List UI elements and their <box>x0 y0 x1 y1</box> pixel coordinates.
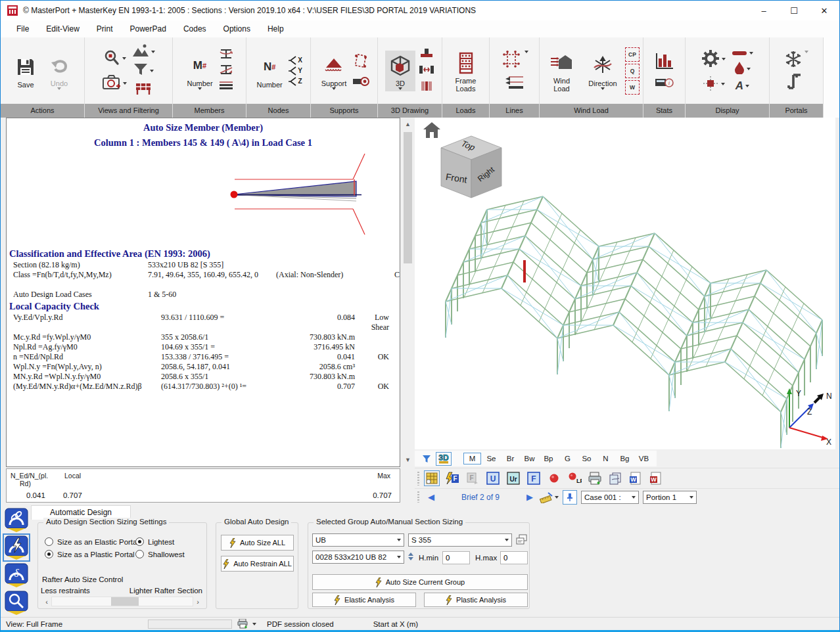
ur-results-icon[interactable]: Ur <box>505 470 521 486</box>
section-spinner[interactable] <box>408 553 413 560</box>
snapshot-camera-icon[interactable] <box>103 75 121 93</box>
filter-funnel-icon[interactable] <box>133 63 148 78</box>
render-view-icon[interactable] <box>132 44 149 59</box>
auto-restrain-all-button[interactable]: Auto Restrain ALL <box>221 556 294 572</box>
load-sphere-icon[interactable] <box>546 470 562 486</box>
batch-print-icon[interactable] <box>607 470 623 486</box>
navbar-grip[interactable] <box>417 491 419 503</box>
zoom-dropdown-arrow[interactable] <box>122 57 126 60</box>
member-color-dropdown-arrow[interactable] <box>749 52 753 55</box>
font-icon[interactable]: A <box>735 79 743 93</box>
menu-file[interactable]: File <box>9 22 37 36</box>
scroll-down-arrow[interactable]: ▼ <box>402 455 413 466</box>
support-button[interactable]: Support <box>319 51 349 91</box>
menu-options[interactable]: Options <box>216 22 258 36</box>
section-lines-icon[interactable] <box>505 75 525 91</box>
menu-codes[interactable]: Codes <box>175 22 214 36</box>
results-table-icon[interactable] <box>424 470 440 486</box>
render-dropdown-arrow[interactable] <box>151 51 155 53</box>
print-icon[interactable] <box>587 470 603 486</box>
viewport-filter-icon[interactable] <box>419 452 434 466</box>
slider-thumb[interactable] <box>111 597 139 606</box>
portal-frame-icon[interactable] <box>787 74 802 91</box>
close-button[interactable]: ✕ <box>809 1 839 20</box>
3d-dropdown-arrow[interactable] <box>398 87 402 90</box>
word-export-icon[interactable]: W <box>628 470 643 486</box>
copy-group-icon[interactable] <box>516 534 527 547</box>
support-dropdown-arrow[interactable] <box>332 87 336 90</box>
direction-dropdown-arrow[interactable] <box>601 87 605 90</box>
hmin-input[interactable] <box>442 551 470 564</box>
menu-help[interactable]: Help <box>260 22 292 36</box>
filter-members-button[interactable]: M <box>463 453 481 464</box>
u-results-icon[interactable]: U <box>485 470 501 486</box>
member-delete-icon[interactable] <box>218 64 234 77</box>
frame-loads-button[interactable]: Frame Loads <box>446 48 486 94</box>
pin-icon[interactable] <box>563 490 577 505</box>
scroll-up-arrow[interactable]: ▲ <box>402 119 413 130</box>
elastic-analysis-button[interactable]: Elastic Analysis <box>312 593 416 607</box>
spring-x-icon[interactable]: X <box>288 56 302 65</box>
filter-vb-button[interactable]: VB <box>635 453 653 464</box>
filter-so-button[interactable]: So <box>578 453 595 464</box>
font-dropdown-arrow[interactable] <box>745 85 749 87</box>
menu-edit-view[interactable]: Edit-View <box>38 22 87 36</box>
report-scrollbar[interactable]: ▲ ▼ <box>402 119 413 466</box>
grid-lines-icon[interactable] <box>500 51 523 70</box>
menu-powerpad[interactable]: PowerPad <box>122 22 174 36</box>
radio-plastic-portal[interactable]: Size as a Plastic Portal <box>45 550 135 558</box>
save-button[interactable]: Save <box>11 52 41 90</box>
viewport-3d-toggle-icon[interactable]: 3D <box>436 452 452 466</box>
wind-load-button[interactable]: Wind Load <box>543 48 580 94</box>
auto-design-f-icon[interactable]: F <box>444 470 460 486</box>
baseplate-icon[interactable] <box>419 48 434 60</box>
auto-size-all-button[interactable]: Auto Size ALL <box>221 535 294 551</box>
menu-print[interactable]: Print <box>89 22 121 36</box>
haunch-icon[interactable] <box>419 81 434 93</box>
filter-bg-button[interactable]: Bg <box>616 453 634 464</box>
brief-prev-arrow[interactable]: ◀ <box>425 492 437 502</box>
minimize-button[interactable]: – <box>749 1 779 20</box>
snowflake-icon[interactable] <box>785 51 802 70</box>
status-print-icon[interactable] <box>237 619 248 630</box>
filter-g-button[interactable]: G <box>559 453 576 464</box>
support-rotate-icon[interactable] <box>353 53 369 71</box>
section-size-combo[interactable]: 0028 533x210 UB 82 <box>312 551 404 564</box>
auto-design-mode-icon[interactable] <box>5 535 28 560</box>
wind-cp-icon[interactable]: CP <box>625 47 640 62</box>
radio-lightest[interactable]: Lightest <box>135 537 174 546</box>
snowflake-dropdown-arrow[interactable] <box>805 51 808 53</box>
display-settings-gear-icon[interactable] <box>701 49 720 70</box>
section-type-combo[interactable]: UB <box>312 533 404 547</box>
member-number-dropdown-arrow[interactable] <box>198 87 202 90</box>
deflection-mode-icon[interactable]: δ <box>5 563 28 587</box>
member-number-button[interactable]: M# Number <box>185 51 215 91</box>
toolbar-grip[interactable] <box>417 472 419 485</box>
3d-viewport[interactable]: Top Front Right Y Z N X <box>415 118 835 449</box>
zoom-icon[interactable] <box>103 49 120 68</box>
measure-icon[interactable] <box>540 491 559 503</box>
check-mode-icon[interactable] <box>5 591 28 615</box>
auto-size-current-group-button[interactable]: Auto Size Current Group <box>312 574 528 590</box>
node-display-dropdown-arrow[interactable] <box>721 83 725 85</box>
display-settings-dropdown-arrow[interactable] <box>722 58 726 60</box>
node-number-button[interactable]: N# Number <box>254 52 285 90</box>
member-layers-icon[interactable] <box>218 80 234 93</box>
stats-chart-icon[interactable] <box>655 52 674 72</box>
radio-elastic-portal[interactable]: Size as an Elastic Portal <box>45 537 139 546</box>
status-print-dropdown-arrow[interactable] <box>252 623 256 625</box>
connection-mode-icon[interactable] <box>5 508 28 532</box>
f-disabled-icon[interactable]: F <box>465 470 480 486</box>
slider-left-arrow[interactable]: ‹ <box>42 598 51 606</box>
member-color-icon[interactable] <box>732 49 747 58</box>
support-roller-icon[interactable] <box>352 76 369 89</box>
maximize-button[interactable]: ☐ <box>779 1 809 20</box>
plastic-analysis-button[interactable]: Plastic Analysis <box>424 593 528 607</box>
node-display-icon[interactable] <box>702 76 719 93</box>
load-sphere-lf-icon[interactable]: LF <box>567 470 582 486</box>
filter-braces-button[interactable]: Br <box>502 453 519 464</box>
spring-z-icon[interactable]: Z <box>288 77 302 86</box>
portion-combo[interactable]: Portion 1 <box>643 491 697 504</box>
filter-n-button[interactable]: N <box>597 453 615 464</box>
filter-dropdown-arrow[interactable] <box>150 70 154 72</box>
